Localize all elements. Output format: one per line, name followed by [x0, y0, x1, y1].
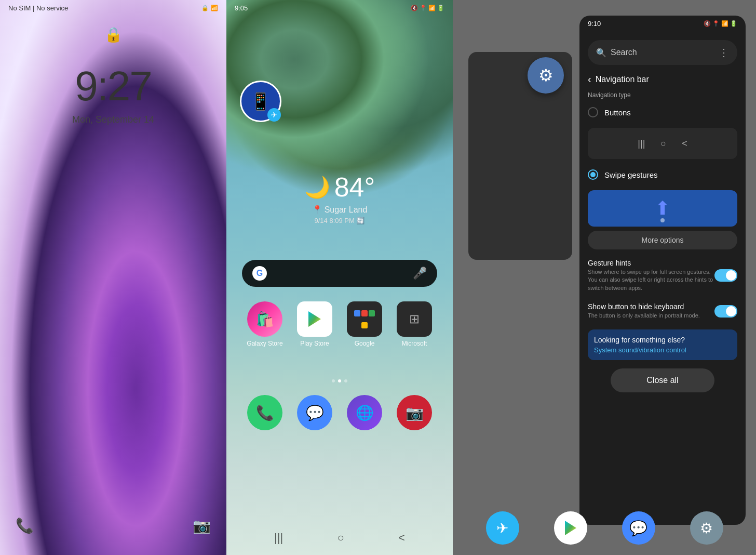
nav-bar-title: Navigation bar: [596, 75, 649, 84]
nav-home-icon[interactable]: ○: [337, 531, 344, 545]
settings-gear-icon[interactable]: ⚙: [528, 57, 564, 94]
keyboard-button-toggle[interactable]: [714, 305, 737, 318]
weather-icon: 🌙: [304, 175, 330, 200]
swipe-gestures-option[interactable]: Swipe gestures: [579, 163, 746, 186]
lock-status-text: No SIM | No service: [8, 4, 68, 12]
app-item-play-store[interactable]: Play Store: [292, 301, 338, 347]
dock-phone[interactable]: 📞: [242, 395, 288, 430]
telegram-badge-icon: ✈: [267, 108, 281, 122]
lock-camera-icon[interactable]: 📷: [193, 517, 211, 534]
swipe-gestures-radio[interactable]: [588, 169, 598, 180]
weather-location: 📍 Sugar Land: [304, 205, 375, 215]
weather-widget: 🌙 84° 📍 Sugar Land 9/14 8:09 PM 🔄: [304, 171, 375, 224]
play-store-icon: [297, 301, 332, 337]
settings-search-bar[interactable]: 🔍 Search ⋮: [588, 40, 737, 65]
keyboard-button-title: Show button to hide keyboard: [588, 302, 710, 311]
keyboard-button-item: Show button to hide keyboard The button …: [579, 297, 746, 325]
settings-search-text: Search: [611, 48, 714, 57]
google-label: Google: [355, 340, 375, 347]
home-screen: 9:05 🔇 📍 📶 🔋 📱 ✈ 🌙 84° 📍 Sugar Land 9/14…: [226, 0, 453, 555]
home-apps-grid: 🛍️ Galaxy Store Play Store: [242, 301, 437, 347]
buttons-radio[interactable]: [588, 107, 598, 117]
app-item-google[interactable]: Google: [342, 301, 387, 347]
phone-icon: 📞: [247, 395, 282, 430]
dock-playstore-icon[interactable]: [554, 511, 587, 545]
lock-date: Mon, September 14: [72, 114, 154, 125]
page-dots: [332, 379, 347, 382]
looking-for-link[interactable]: System sound/vibration control: [594, 346, 731, 354]
lock-time: 9:27: [75, 62, 152, 110]
svg-marker-1: [565, 521, 576, 535]
gesture-hints-desc: Show where to swipe up for full screen g…: [588, 268, 714, 292]
settings-panel: 9:10 🔇 📍 📶 🔋 🔍 Search ⋮ ‹ Navigation bar…: [579, 16, 746, 525]
dock-camera[interactable]: 📷: [392, 395, 437, 430]
settings-screen: ⚙ 9:10 🔇 📍 📶 🔋 🔍 Search ⋮ ‹ Navigation b…: [453, 0, 756, 555]
gestures-nav-preview: ⬆: [588, 190, 737, 227]
camera-icon: 📷: [397, 395, 432, 430]
microphone-icon[interactable]: 🎤: [413, 267, 427, 280]
more-options-button[interactable]: More options: [588, 231, 737, 249]
settings-status-time: 9:10: [588, 20, 601, 28]
nav-recents-icon[interactable]: |||: [274, 531, 283, 545]
gesture-hints-title: Gesture hints: [588, 259, 714, 267]
weather-datetime: 9/14 8:09 PM 🔄: [304, 217, 375, 224]
microsoft-label: Microsoft: [402, 340, 427, 347]
dock-messages[interactable]: 💬: [292, 395, 338, 430]
home-nav-bar: ||| ○ <: [226, 531, 453, 545]
home-status-bar: 9:05 🔇 📍 📶 🔋: [226, 0, 453, 16]
nav-back-icon[interactable]: <: [398, 531, 405, 545]
close-all-button[interactable]: Close all: [611, 368, 714, 392]
lock-status-icons: 🔒 📶: [201, 5, 218, 11]
home-app-widget[interactable]: 📱 ✈: [240, 81, 281, 122]
search-icon: 🔍: [596, 48, 606, 58]
dock-telegram-icon[interactable]: ✈: [486, 511, 519, 545]
lock-phone-icon[interactable]: 📞: [16, 517, 34, 534]
buttons-nav-preview: ||| ○ <: [588, 128, 737, 159]
keyboard-button-desc: The button is only available in portrait…: [588, 312, 710, 320]
galaxy-store-icon: 🛍️: [247, 301, 282, 337]
settings-dock: ✈ 💬 ⚙: [453, 511, 756, 545]
play-store-label: Play Store: [300, 340, 329, 347]
lock-status-bar: No SIM | No service 🔒 📶: [0, 0, 226, 16]
gesture-hints-toggle[interactable]: [714, 269, 737, 282]
gesture-arrow-icon: ⬆: [655, 197, 670, 219]
app-item-microsoft[interactable]: ⊞ Microsoft: [392, 301, 437, 347]
looking-for-title: Looking for something else?: [594, 336, 731, 344]
microsoft-folder-icon: ⊞: [397, 301, 432, 337]
gesture-hints-item: Gesture hints Show where to swipe up for…: [579, 254, 746, 297]
messages-icon: 💬: [297, 395, 332, 430]
dock-internet[interactable]: 🌐: [342, 395, 387, 430]
swipe-gestures-label: Swipe gestures: [604, 170, 658, 179]
lock-bottom-bar: 📞 📷: [0, 517, 226, 534]
settings-status-bar: 9:10 🔇 📍 📶 🔋: [579, 16, 746, 32]
page-dot-3: [344, 379, 347, 382]
page-dot-2: [338, 379, 341, 382]
dock-messages-icon[interactable]: 💬: [622, 511, 655, 545]
google-folder-icon: [347, 301, 382, 337]
google-g-icon: G: [252, 266, 267, 281]
page-dot-1: [332, 379, 335, 382]
nav-back-button[interactable]: ‹: [588, 73, 591, 85]
app-item-galaxy-store[interactable]: 🛍️ Galaxy Store: [242, 301, 288, 347]
svg-marker-0: [308, 311, 321, 327]
buttons-option[interactable]: Buttons: [579, 101, 746, 124]
nav-type-label: Navigation type: [579, 89, 746, 101]
dock-settings-icon[interactable]: ⚙: [690, 511, 723, 545]
nav-bar-header: ‹ Navigation bar: [579, 69, 746, 89]
buttons-label: Buttons: [604, 108, 631, 117]
lock-icon: 🔒: [104, 26, 123, 43]
home-status-time: 9:05: [235, 4, 248, 12]
home-dock: 📞 💬 🌐 📷: [242, 395, 437, 430]
google-search-bar[interactable]: G 🎤: [242, 260, 437, 287]
lock-screen: No SIM | No service 🔒 📶 🔒 9:27 Mon, Sept…: [0, 0, 226, 555]
looking-for-section: Looking for something else? System sound…: [588, 329, 737, 360]
weather-temperature: 84°: [334, 171, 375, 203]
galaxy-store-label: Galaxy Store: [247, 340, 282, 347]
internet-icon: 🌐: [347, 395, 382, 430]
home-status-icons: 🔇 📍 📶 🔋: [411, 5, 444, 11]
more-options-icon[interactable]: ⋮: [719, 46, 729, 59]
